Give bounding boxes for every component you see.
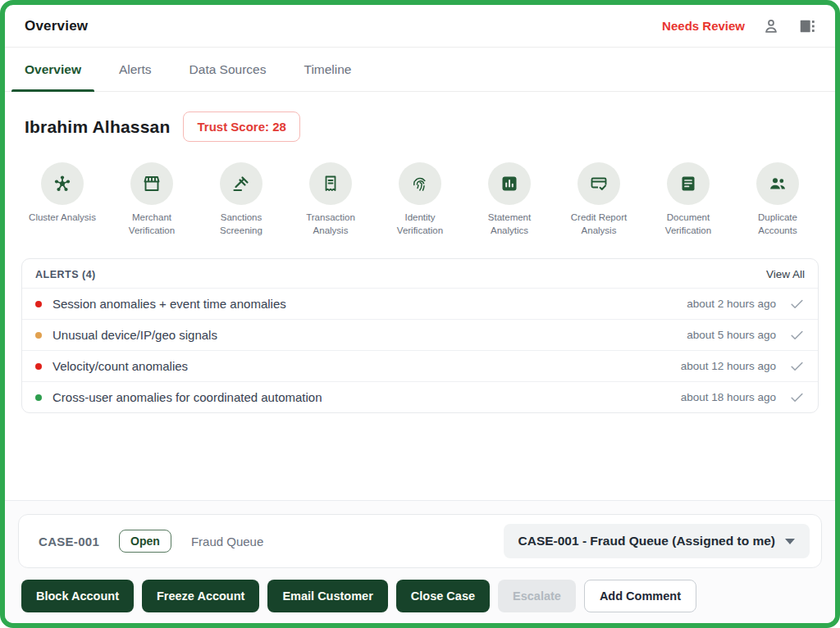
close-case-button[interactable]: Close Case (396, 580, 490, 612)
tab-bar: Overview Alerts Data Sources Timeline (5, 48, 835, 92)
alert-row[interactable]: Velocity/count anomalies about 12 hours … (22, 350, 818, 381)
customer-name: Ibrahim Alhassan (25, 117, 170, 137)
alert-timestamp: about 2 hours ago (687, 298, 776, 310)
service-label: Credit Report Analysis (563, 212, 635, 237)
alert-text: Unusual device/IP/geo signals (52, 328, 217, 342)
service-sanctions-screening[interactable]: Sanctions Screening (202, 162, 281, 237)
service-duplicate-accounts[interactable]: Duplicate Accounts (738, 162, 817, 237)
tab-overview[interactable]: Overview (11, 48, 94, 91)
service-label: Statement Analytics (473, 212, 546, 237)
block-account-button[interactable]: Block Account (21, 580, 134, 612)
alert-timestamp: about 18 hours ago (681, 391, 776, 403)
document-icon (667, 162, 710, 205)
case-overview-window: Overview Needs Review Overview Alert (0, 0, 840, 628)
case-queue-label: Fraud Queue (191, 535, 263, 548)
service-label: Merchant Verification (116, 212, 188, 237)
service-identity-verification[interactable]: Identity Verification (381, 162, 459, 237)
window-header: Overview Needs Review (5, 5, 835, 48)
cluster-icon (41, 162, 84, 205)
content-spacer (5, 413, 835, 500)
service-transaction-analysis[interactable]: Transaction Analysis (291, 162, 370, 237)
needs-review-status: Needs Review (662, 19, 745, 33)
case-bar: CASE-001 Open Fraud Queue CASE-001 - Fra… (18, 514, 822, 568)
service-document-verification[interactable]: Document Verification (649, 162, 728, 237)
case-selector-value: CASE-001 - Fraud Queue (Assigned to me) (518, 534, 776, 548)
service-label: Identity Verification (384, 212, 456, 237)
chevron-down-icon (785, 539, 795, 544)
receipt-icon (309, 162, 352, 205)
acknowledge-check-icon[interactable] (789, 327, 805, 343)
alert-timestamp: about 5 hours ago (687, 329, 776, 341)
service-label: Cluster Analysis (29, 212, 96, 225)
alert-text: Cross-user anomalies for coordinated aut… (52, 390, 322, 404)
acknowledge-check-icon[interactable] (789, 296, 805, 312)
severity-dot (35, 332, 42, 339)
gavel-icon (220, 162, 262, 205)
severity-dot (35, 301, 42, 307)
service-cluster-analysis[interactable]: Cluster Analysis (23, 162, 102, 237)
service-credit-report-analysis[interactable]: Credit Report Analysis (559, 162, 638, 237)
severity-dot (35, 363, 42, 370)
view-all-link[interactable]: View All (766, 268, 805, 280)
alert-timestamp: about 12 hours ago (681, 360, 776, 372)
user-icon[interactable] (761, 16, 781, 36)
service-label: Transaction Analysis (294, 212, 367, 237)
case-id: CASE-001 (39, 535, 99, 548)
tab-alerts[interactable]: Alerts (106, 48, 165, 91)
service-label: Duplicate Accounts (742, 212, 814, 237)
case-status-badge: Open (119, 530, 171, 553)
add-comment-button[interactable]: Add Comment (584, 580, 696, 612)
alert-row[interactable]: Unusual device/IP/geo signals about 5 ho… (22, 319, 818, 350)
case-actions: Block Account Freeze Account Email Custo… (21, 580, 822, 612)
fingerprint-icon (399, 162, 441, 205)
service-label: Sanctions Screening (205, 212, 277, 237)
case-footer: CASE-001 Open Fraud Queue CASE-001 - Fra… (5, 500, 835, 623)
severity-dot (35, 394, 42, 401)
escalate-button: Escalate (498, 580, 576, 612)
alert-row[interactable]: Cross-user anomalies for coordinated aut… (22, 381, 818, 412)
case-selector-dropdown[interactable]: CASE-001 - Fraud Queue (Assigned to me) (504, 524, 810, 558)
alerts-panel: ALERTS (4) View All Session anomalies + … (21, 258, 819, 413)
people-icon (756, 162, 799, 205)
credit-card-check-icon (578, 162, 620, 205)
analysis-services-row: Cluster Analysis Merchant Verification (23, 162, 817, 237)
acknowledge-check-icon[interactable] (789, 389, 805, 405)
tab-data-sources[interactable]: Data Sources (176, 48, 280, 91)
alert-row[interactable]: Session anomalies + event time anomalies… (22, 288, 818, 319)
email-customer-button[interactable]: Email Customer (267, 580, 387, 612)
bar-chart-icon (488, 162, 531, 205)
freeze-account-button[interactable]: Freeze Account (142, 580, 259, 612)
alert-text: Velocity/count anomalies (52, 359, 188, 373)
layout-panel-icon[interactable] (797, 16, 817, 36)
customer-header: Ibrahim Alhassan Trust Score: 28 (25, 111, 815, 142)
storefront-icon (130, 162, 173, 205)
alert-text: Session anomalies + event time anomalies (52, 297, 286, 311)
tab-timeline[interactable]: Timeline (290, 48, 364, 91)
acknowledge-check-icon[interactable] (789, 358, 805, 374)
service-statement-analytics[interactable]: Statement Analytics (470, 162, 549, 237)
page-title: Overview (25, 18, 88, 34)
trust-score-badge: Trust Score: 28 (183, 111, 299, 142)
service-label: Document Verification (652, 212, 724, 237)
service-merchant-verification[interactable]: Merchant Verification (112, 162, 191, 237)
alerts-title: ALERTS (4) (35, 269, 96, 280)
